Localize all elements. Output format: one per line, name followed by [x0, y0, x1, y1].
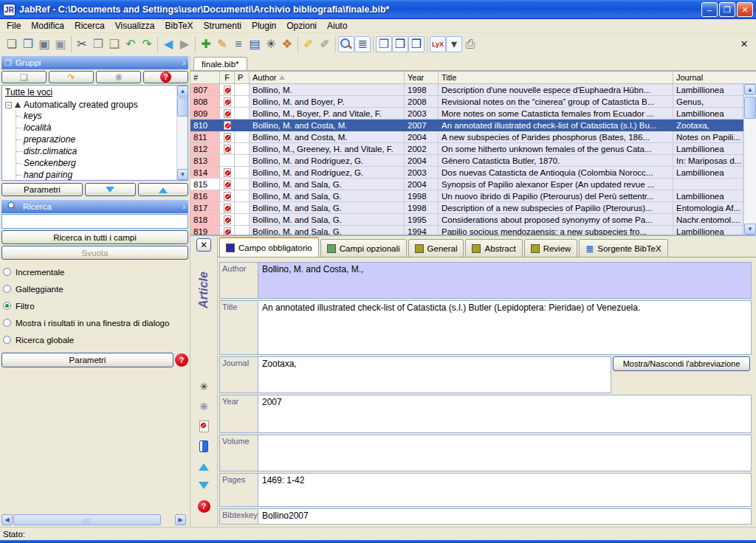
field-input-author[interactable]: Bollino, M. and Costa, M., [258, 262, 752, 299]
tree-item-senckenberg[interactable]: Senckenberg [16, 157, 188, 169]
tree-item-preparazione[interactable]: preparazione [16, 134, 188, 145]
search-help-icon[interactable]: ? [175, 353, 188, 367]
print-icon[interactable]: ⎙ [462, 36, 478, 52]
field-input-bibtexkey[interactable]: Bollino2007 [258, 508, 752, 525]
table-row[interactable]: 810Bollino, M. and Costa, M.2007An annot… [190, 120, 743, 131]
editor-tab-campi-opzionali[interactable]: Campi opzionali [320, 239, 407, 257]
new-group-button[interactable]: ❏ [1, 71, 47, 83]
table-row[interactable]: 819Bollino, M. and Sala, G.1994Papilio s… [190, 226, 743, 235]
search-params-button[interactable]: Parametri [1, 353, 173, 367]
cut-icon[interactable]: ✂ [74, 36, 90, 52]
groups-move-down-button[interactable] [85, 183, 136, 196]
edit-preamble-icon[interactable]: ≡ [230, 36, 247, 52]
tree-item-keys[interactable]: keys [16, 110, 188, 122]
scroll-up-icon[interactable]: ▲ [177, 86, 188, 97]
field-input-journal[interactable]: Zootaxa, [258, 356, 611, 393]
groups-pane-header[interactable]: ❐ Gruppi › [1, 56, 188, 69]
field-input-year[interactable]: 2007 [258, 395, 752, 433]
table-row[interactable]: 812Bollino, M., Greeney, H. and Vitale, … [190, 143, 743, 155]
undo-icon[interactable]: ↶ [123, 36, 139, 52]
menu-plugin[interactable]: Plugin [247, 19, 281, 32]
table-row[interactable]: 807Bollino, M.1998Description d'une nouv… [190, 84, 743, 96]
table-row[interactable]: 811Bollino, M. and Costa, M.2004A new su… [190, 131, 743, 143]
gear-icon[interactable]: ❋ [197, 400, 210, 413]
wand-icon[interactable]: ✳ [197, 380, 210, 393]
pdf-icon[interactable] [197, 420, 210, 433]
menu-file[interactable]: File [1, 19, 26, 32]
move-up-icon[interactable] [197, 460, 210, 473]
menu-modifica[interactable]: Modifica [26, 19, 69, 32]
radio-incrementale[interactable]: Incrementale [3, 263, 187, 280]
table-row[interactable]: 808Bollino, M. and Boyer, P.2008Revision… [190, 96, 743, 108]
paste-icon[interactable]: ❑ [106, 36, 123, 52]
editor-tab-general[interactable]: General [408, 239, 464, 257]
col-header-title[interactable]: Title [439, 72, 673, 83]
editor-tab-abstract[interactable]: Abstract [465, 239, 522, 257]
move-down-icon[interactable] [197, 480, 210, 493]
forward-icon[interactable]: ▶ [176, 36, 193, 52]
table-row[interactable]: 815Bollino, M. and Sala, G.2004Synopsis … [190, 179, 743, 190]
editor-tab-review[interactable]: Review [524, 239, 578, 257]
edit-entry-icon[interactable]: ✎ [214, 36, 230, 52]
table-row[interactable]: 818Bollino, M. and Sala, G.1995Considera… [190, 214, 743, 226]
back-icon[interactable]: ◀ [160, 36, 176, 52]
field-input-title[interactable]: An annotated illustrated check-list of C… [258, 300, 752, 355]
table-row[interactable]: 817Bollino, M. and Sala, G.1998Descripti… [190, 202, 743, 214]
restore-button[interactable]: ❐ [719, 2, 735, 17]
database-tab-finale[interactable]: finale.bib* [193, 57, 247, 70]
preview-icon[interactable]: ≣ [354, 36, 371, 52]
open-database-icon[interactable]: ❐ [20, 36, 36, 52]
col-header-priority[interactable]: P [235, 72, 250, 83]
col-header-num[interactable]: # [190, 72, 220, 83]
menu-ricerca[interactable]: Ricerca [69, 19, 110, 32]
editor-tab-campo-obbligatorio[interactable]: Campo obbligatorio [219, 237, 319, 257]
menu-aiuto[interactable]: Aiuto [322, 19, 352, 32]
wizard-icon[interactable]: ✳ [263, 36, 279, 52]
search-collapse-icon[interactable]: › [182, 202, 185, 211]
field-input-volume[interactable] [258, 435, 752, 471]
close-button[interactable]: ✕ [737, 2, 753, 17]
entry-table-scrollbar[interactable]: ▲ ▼ [743, 84, 756, 235]
save-database-icon[interactable]: ▣ [36, 36, 52, 52]
scroll-left-icon[interactable]: ◀ [1, 514, 13, 525]
doi-book-icon[interactable] [197, 440, 210, 453]
table-row[interactable]: 814Bollino, M. and Rodriguez, G.2003Dos … [190, 167, 743, 179]
col-header-file[interactable]: F [220, 72, 235, 83]
groups-move-up-button[interactable] [138, 183, 189, 196]
col-header-author[interactable]: Author [250, 72, 405, 83]
group-settings-button[interactable]: ❋ [96, 71, 141, 83]
col-header-year[interactable]: Year [405, 72, 439, 83]
help-icon[interactable]: ? [197, 499, 210, 513]
table-row[interactable]: 809Bollino, M., Boyer, P. and Vitale, F.… [190, 108, 743, 120]
scroll-thumb[interactable] [177, 97, 188, 117]
tree-item-localit-[interactable]: località [16, 122, 188, 134]
menu-opzioni[interactable]: Opzioni [281, 19, 322, 32]
radio-filtro[interactable]: Filtro [3, 297, 187, 314]
scroll-down-icon[interactable]: ▼ [177, 169, 188, 180]
edit-strings-icon[interactable]: ▤ [247, 36, 263, 52]
mark-entries-icon[interactable]: ✐ [300, 36, 317, 52]
entry-editor-close-button[interactable]: ✕ [196, 238, 211, 252]
toggle-abbreviation-button[interactable]: Mostra/Nascondi l'abbreviazione [613, 356, 750, 371]
side-pane-hscrollbar[interactable]: ◀ |||| ▶ [1, 514, 186, 525]
groups-collapse-icon[interactable]: › [182, 58, 185, 67]
groups-tree-scrollbar[interactable]: ▲ ▼ [176, 86, 188, 180]
scroll-down-icon[interactable]: ▼ [744, 224, 756, 235]
search-pane-header[interactable]: Ricerca › [1, 200, 188, 213]
cleanup-icon[interactable]: ❖ [279, 36, 295, 52]
groups-params-button[interactable]: Parametri [1, 183, 83, 196]
table-row[interactable]: 813Bollino, M. and Rodriguez, G.2004Géne… [190, 155, 743, 167]
push-dropdown-icon[interactable]: ▾ [446, 36, 462, 52]
col-header-journal[interactable]: Journal [673, 72, 756, 83]
scroll-thumb[interactable] [744, 97, 756, 119]
minimize-button[interactable]: – [701, 2, 718, 17]
menu-strumenti[interactable]: Strumenti [199, 19, 247, 32]
field-input-pages[interactable]: 1469: 1-42 [258, 473, 752, 507]
tree-item-distr-climatica[interactable]: distr.climatica [16, 145, 188, 157]
undo-group-button[interactable]: ↷ [49, 71, 94, 83]
toolbar-close-icon[interactable]: ✕ [738, 38, 750, 49]
radio-galleggiante[interactable]: Galleggiante [3, 280, 187, 297]
search-all-fields-button[interactable]: Ricerca in tutti i campi [1, 230, 188, 244]
tree-item-root-group[interactable]: − Automatically created groups [5, 100, 188, 110]
search-icon[interactable] [338, 36, 354, 52]
